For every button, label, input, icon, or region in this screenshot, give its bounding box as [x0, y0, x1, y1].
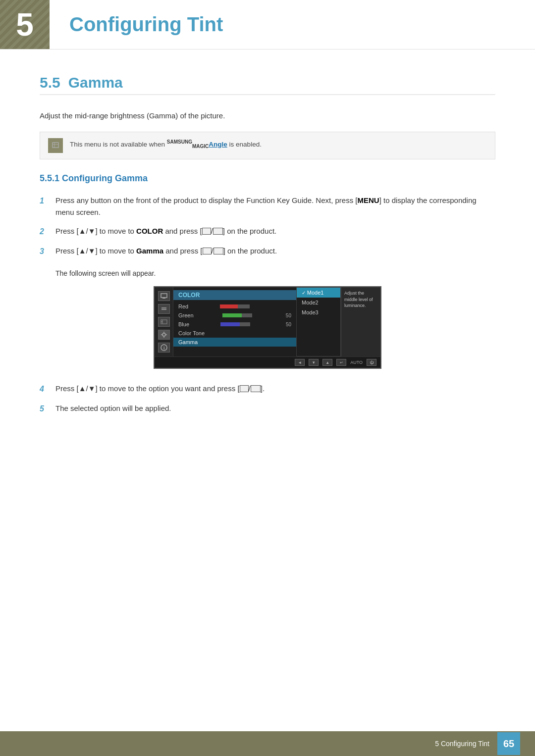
- subsection-title: Configuring Gamma: [62, 173, 148, 183]
- square-icon: [202, 228, 211, 235]
- chapter-number-block: 5: [0, 0, 50, 49]
- enter-icon-3: [251, 385, 261, 392]
- bottom-btn-left: ◄: [295, 359, 305, 366]
- step-number-4: 4: [40, 383, 49, 396]
- pencil-icon: [51, 141, 60, 150]
- bottom-btn-power: ⏻: [367, 359, 376, 366]
- footer-text: 5 Configuring Tint: [435, 740, 489, 748]
- section-number: 5.5: [40, 74, 60, 91]
- step-number-5: 5: [40, 403, 49, 415]
- bar-red: [220, 304, 250, 308]
- note-box: This menu is not available when SAMSUNGM…: [40, 132, 495, 159]
- monitor-bottom-bar: ◄ ▼ ▲ ↵ AUTO ⏻: [155, 356, 380, 368]
- subsection-heading: 5.5.1 Configuring Gamma: [40, 173, 495, 184]
- sidebar-icon-4: [158, 330, 170, 340]
- submenu-mode1: Mode1: [297, 288, 340, 298]
- section-title: Gamma: [68, 74, 123, 91]
- section-description: Adjust the mid-range brightness (Gamma) …: [40, 110, 495, 122]
- angle-link: Angle: [209, 141, 227, 148]
- gear-icon: [160, 331, 167, 338]
- chapter-title-block: Configuring Tint: [50, 0, 223, 49]
- menu-section-title: COLOR: [173, 290, 296, 300]
- step-text-1: Press any button on the front of the pro…: [55, 195, 495, 218]
- menu-label-blue: Blue: [178, 321, 189, 327]
- brand-top: SAMSUNG: [167, 139, 192, 145]
- monitor-tooltip: Adjust the middle level of luminance.: [341, 287, 380, 356]
- step-1: 1 Press any button on the front of the p…: [40, 195, 495, 218]
- lines-icon: [160, 306, 167, 312]
- sidebar-icon-5: i: [158, 343, 170, 353]
- menu-item-colortone: Color Tone: [173, 329, 296, 338]
- footer-page-number: 65: [497, 732, 520, 755]
- bottom-btn-enter: ↵: [336, 359, 346, 366]
- steps-list-2: 4 Press [▲/▼] to move to the option you …: [40, 383, 495, 415]
- bottom-btn-up: ▲: [322, 359, 332, 366]
- monitor-submenu: Mode1 Mode2 Mode3: [296, 287, 341, 356]
- info-icon: i: [160, 344, 167, 351]
- note-text-after: is enabled.: [227, 141, 262, 148]
- step-number-1: 1: [40, 195, 49, 218]
- square-icon-2: [203, 248, 212, 254]
- svg-point-10: [162, 333, 165, 336]
- bottom-btn-down: ▼: [309, 359, 319, 366]
- menu-item-red: Red: [173, 302, 296, 311]
- step-text-4: Press [▲/▼] to move to the option you wa…: [55, 383, 265, 396]
- note-text: This menu is not available when SAMSUNGM…: [70, 138, 262, 150]
- monitor-menu: COLOR Red Green 50 Blue 50 Color: [173, 287, 296, 356]
- menu-item-blue: Blue 50: [173, 320, 296, 329]
- monitor-inner: i COLOR Red Green 50 Blue: [155, 287, 380, 356]
- sidebar-icon-2: [158, 304, 170, 314]
- menu-item-gamma: Gamma: [173, 338, 296, 347]
- menu-label-gamma: Gamma: [178, 339, 198, 345]
- step-3: 3 Press [▲/▼] to move to Gamma and press…: [40, 245, 495, 258]
- submenu-mode2: Mode2: [297, 298, 340, 307]
- monitor-sidebar: i: [155, 287, 173, 356]
- menu-label-colortone: Color Tone: [178, 330, 205, 336]
- chapter-title: Configuring Tint: [69, 13, 223, 36]
- tooltip-text: Adjust the middle level of luminance.: [344, 291, 373, 308]
- sidebar-icon-3: [158, 317, 170, 327]
- enter-icon-2: [214, 248, 223, 254]
- page-footer: 5 Configuring Tint 65: [0, 731, 535, 756]
- step-2: 2 Press [▲/▼] to move to COLOR and press…: [40, 225, 495, 238]
- bar-blue: [220, 322, 250, 326]
- sidebar-icon-1: [158, 291, 170, 301]
- step-5: 5 The selected option will be applied.: [40, 403, 495, 415]
- step-number-2: 2: [40, 225, 49, 238]
- step-4: 4 Press [▲/▼] to move to the option you …: [40, 383, 495, 396]
- menu-label-green: Green: [178, 312, 194, 318]
- step-text-2: Press [▲/▼] to move to COLOR and press […: [55, 225, 276, 238]
- step-text-5: The selected option will be applied.: [55, 403, 171, 415]
- bottom-btn-auto-label: AUTO: [350, 360, 363, 365]
- brand-bottom: MAGIC: [192, 144, 209, 149]
- step-number-3: 3: [40, 245, 49, 258]
- submenu-mode3: Mode3: [297, 307, 340, 317]
- chapter-number: 5: [16, 6, 34, 43]
- section-heading: 5.5Gamma: [40, 74, 495, 95]
- square-icon-3: [240, 385, 249, 392]
- following-screen-text: The following screen will appear.: [55, 269, 495, 277]
- subsection-number: 5.5.1: [40, 173, 62, 183]
- bar-green: [222, 313, 252, 317]
- svg-rect-4: [162, 298, 165, 299]
- header-banner: 5 Configuring Tint: [0, 0, 535, 50]
- value-blue: 50: [281, 322, 291, 327]
- svg-text:i: i: [163, 346, 165, 351]
- monitor-screenshot: i COLOR Red Green 50 Blue: [154, 286, 381, 369]
- value-green: 50: [281, 313, 291, 318]
- step-text-3: Press [▲/▼] to move to Gamma and press […: [55, 245, 277, 258]
- sliders-icon: [160, 319, 167, 325]
- note-icon: [48, 138, 63, 153]
- main-content: 5.5Gamma Adjust the mid-range brightness…: [0, 50, 535, 466]
- enter-icon: [213, 228, 223, 235]
- svg-rect-3: [161, 294, 167, 298]
- monitor-icon: [160, 293, 167, 299]
- steps-list: 1 Press any button on the front of the p…: [40, 195, 495, 257]
- menu-item-green: Green 50: [173, 311, 296, 320]
- menu-label-red: Red: [178, 303, 188, 309]
- svg-rect-0: [53, 143, 58, 148]
- note-text-before: This menu is not available when: [70, 141, 167, 148]
